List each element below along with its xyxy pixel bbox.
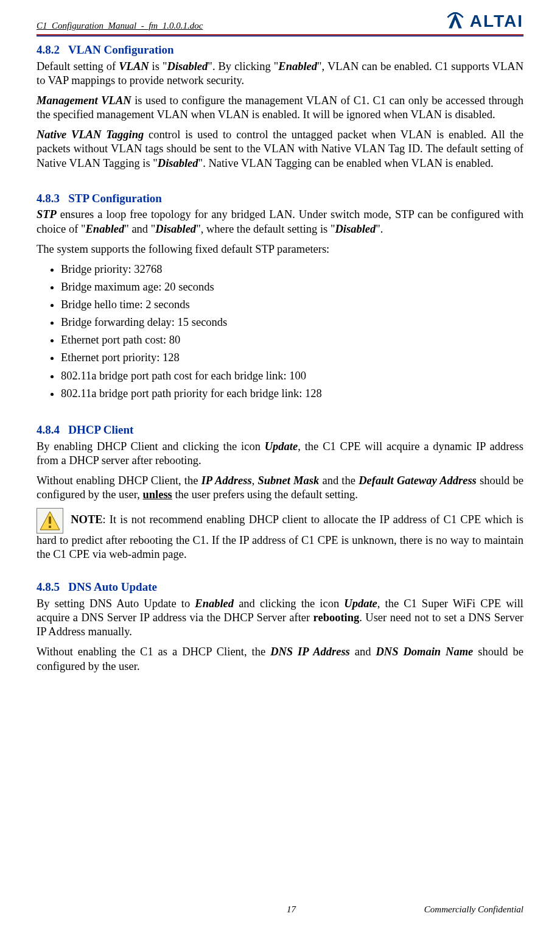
text: and bbox=[350, 646, 376, 658]
emphasis-rebooting: rebooting bbox=[313, 611, 360, 624]
text: By enabling DHCP Client and clicking the… bbox=[37, 440, 265, 453]
value-disabled: Disabled bbox=[167, 60, 208, 72]
paragraph: The system supports the following fixed … bbox=[37, 242, 523, 256]
page-footer: 17 Commercially Confidential bbox=[37, 904, 523, 915]
term-update: Update bbox=[265, 440, 298, 453]
list-item: 802.11a bridge port path priority for ea… bbox=[61, 387, 523, 401]
text: and clicking the icon bbox=[234, 597, 344, 610]
paragraph: Default setting of VLAN is "Disabled". B… bbox=[37, 60, 523, 88]
value-enabled: Enabled bbox=[86, 223, 125, 235]
value-disabled: Disabled bbox=[158, 157, 198, 169]
section-484-title: 4.8.4 DHCP Client bbox=[37, 423, 523, 437]
term-native-vlan-tagging: Native VLAN Tagging bbox=[37, 129, 144, 141]
value-enabled: Enabled bbox=[195, 597, 234, 610]
term-mgmt-vlan: Management VLAN bbox=[37, 94, 131, 107]
emphasis-unless: unless bbox=[142, 488, 172, 501]
list-item: Ethernet port path cost: 80 bbox=[61, 333, 523, 347]
paragraph: Native VLAN Tagging control is used to c… bbox=[37, 128, 523, 170]
svg-rect-2 bbox=[49, 526, 51, 528]
confidentiality-label: Commercially Confidential bbox=[424, 904, 523, 915]
term-stp: STP bbox=[37, 208, 57, 220]
section-heading: DHCP Client bbox=[68, 423, 133, 436]
text: Without enabling DHCP Client, the bbox=[37, 474, 201, 487]
section-482-title: 4.8.2 VLAN Configuration bbox=[37, 43, 523, 57]
paragraph: By setting DNS Auto Update to Enabled an… bbox=[37, 597, 523, 639]
section-heading: DNS Auto Update bbox=[68, 580, 157, 593]
altai-mark-icon bbox=[444, 10, 466, 32]
section-number: 4.8.2 bbox=[37, 43, 60, 56]
page: C1_Configuration_Manual_-_fm_1.0.0.1.doc… bbox=[0, 0, 560, 930]
text: ". Native VLAN Tagging can be enabled wh… bbox=[198, 157, 494, 169]
note-label: NOTE bbox=[71, 513, 102, 526]
list-item: Bridge priority: 32768 bbox=[61, 262, 523, 277]
text: " and " bbox=[124, 223, 155, 235]
paragraph: By enabling DHCP Client and clicking the… bbox=[37, 440, 523, 468]
brand-text: ALTAI bbox=[470, 10, 523, 32]
note-text: : It is not recommend enabling DHCP clie… bbox=[37, 513, 523, 560]
term-vlan: VLAN bbox=[119, 60, 149, 72]
text: By setting DNS Auto Update to bbox=[37, 597, 195, 610]
text: and the bbox=[319, 474, 359, 487]
list-item: 802.11a bridge port path cost for each b… bbox=[61, 369, 523, 383]
section-483-title: 4.8.3 STP Configuration bbox=[37, 191, 523, 206]
value-enabled: Enabled bbox=[278, 60, 317, 72]
list-item: Bridge maximum age: 20 seconds bbox=[61, 280, 523, 294]
page-header: C1_Configuration_Manual_-_fm_1.0.0.1.doc… bbox=[37, 10, 523, 33]
text: Default setting of bbox=[37, 60, 119, 72]
stp-params-list: Bridge priority: 32768 Bridge maximum ag… bbox=[61, 262, 523, 401]
warning-icon bbox=[37, 508, 63, 534]
text: ". By clicking " bbox=[208, 60, 278, 72]
text: , bbox=[252, 474, 258, 487]
text: Without enabling the C1 as a DHCP Client… bbox=[37, 646, 270, 658]
term-ip-address: IP Address bbox=[201, 474, 252, 487]
value-disabled: Disabled bbox=[155, 223, 196, 235]
section-number: 4.8.3 bbox=[37, 192, 60, 205]
list-item: Bridge hello time: 2 seconds bbox=[61, 298, 523, 312]
list-item: Bridge forwarding delay: 15 seconds bbox=[61, 315, 523, 329]
page-number: 17 bbox=[158, 904, 424, 915]
term-subnet-mask: Subnet Mask bbox=[257, 474, 319, 487]
value-disabled: Disabled bbox=[335, 223, 376, 235]
term-update: Update bbox=[344, 597, 377, 610]
note-paragraph: NOTE: It is not recommend enabling DHCP … bbox=[37, 508, 523, 562]
text: ". bbox=[376, 223, 383, 235]
term-dns-ip: DNS IP Address bbox=[270, 646, 350, 658]
brand-logo: ALTAI bbox=[444, 10, 523, 32]
term-default-gateway: Default Gateway Address bbox=[359, 474, 477, 487]
paragraph: Without enabling DHCP Client, the IP Add… bbox=[37, 474, 523, 502]
section-number: 4.8.4 bbox=[37, 423, 60, 436]
list-item: Ethernet port priority: 128 bbox=[61, 351, 523, 365]
doc-filename: C1_Configuration_Manual_-_fm_1.0.0.1.doc bbox=[37, 20, 203, 32]
text: is " bbox=[149, 60, 167, 72]
term-dns-domain: DNS Domain Name bbox=[376, 646, 473, 658]
paragraph: Without enabling the C1 as a DHCP Client… bbox=[37, 645, 523, 673]
text: ", where the default setting is " bbox=[196, 223, 335, 235]
text: the user prefers using the default setti… bbox=[172, 488, 358, 501]
section-heading: VLAN Configuration bbox=[68, 43, 174, 56]
header-divider bbox=[37, 34, 523, 37]
section-number: 4.8.5 bbox=[37, 580, 60, 593]
section-heading: STP Configuration bbox=[68, 192, 162, 205]
paragraph: Management VLAN is used to configure the… bbox=[37, 94, 523, 122]
paragraph: STP ensures a loop free topology for any… bbox=[37, 208, 523, 236]
section-485-title: 4.8.5 DNS Auto Update bbox=[37, 580, 523, 594]
svg-rect-1 bbox=[49, 516, 51, 524]
